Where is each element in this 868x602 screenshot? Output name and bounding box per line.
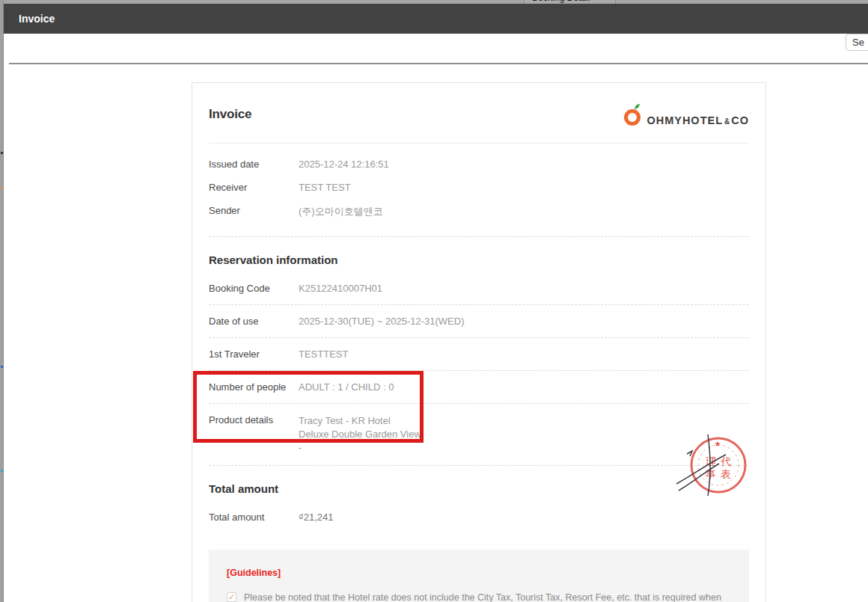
left-strip-artifact: [1, 470, 3, 472]
left-strip-artifact: [1, 152, 3, 154]
left-strip-artifact: [1, 366, 3, 368]
browser-tab-strip: Booking Detail ✕: [0, 0, 868, 4]
brand-name: OHMYHOTEL: [647, 114, 723, 126]
row-booking-code: Booking Code K25122410007H01: [209, 272, 749, 305]
row-total-amount: Total amount ₫21,241: [209, 501, 749, 530]
field-value: TEST TEST: [299, 182, 351, 193]
brand-logo: OHMYHOTEL & CO: [623, 102, 749, 126]
row-number-of-people: Number of people ADULT : 1 / CHILD : 0: [209, 371, 749, 404]
meta-row-issued-date: Issued date 2025-12-24 12:16:51: [209, 153, 749, 176]
brand-logo-text: OHMYHOTEL & CO: [647, 114, 749, 126]
product-line: Deluxe Double Garden View: [299, 428, 421, 441]
invoice-title: Invoice: [209, 107, 251, 122]
page-title: Invoice: [19, 13, 55, 25]
row-product-details: Product details Tracy Test - KR Hotel De…: [209, 404, 749, 466]
left-edge-window-strip: [0, 0, 4, 602]
brand-suffix: CO: [731, 114, 749, 126]
field-label: 1st Traveler: [209, 348, 299, 360]
orange-o-icon: [623, 102, 644, 126]
product-line: Tracy Test - KR Hotel: [299, 414, 421, 428]
close-icon[interactable]: ✕: [600, 0, 608, 3]
meta-row-receiver: Receiver TEST TEST: [209, 176, 749, 199]
field-label: Receiver: [209, 182, 299, 193]
row-date-of-use: Date of use 2025-12-30(TUE) ~ 2025-12-31…: [209, 305, 749, 338]
guideline-text: Please be noted that the Hotel rate does…: [244, 591, 731, 602]
product-line: -: [299, 441, 421, 455]
field-label: Issued date: [209, 159, 299, 170]
invoice-card-header: Invoice OHMYHOTEL & CO: [209, 83, 749, 144]
field-value: ADULT : 1 / CHILD : 0: [299, 381, 394, 393]
guidelines-heading: [Guidelines]: [227, 568, 731, 578]
total-amount-value: ₫21,241: [299, 512, 333, 523]
field-label: Total amount: [209, 512, 299, 523]
field-label: Date of use: [209, 316, 299, 327]
guidelines-box: [Guidelines] ✓ Please be noted that the …: [209, 550, 749, 602]
tab-label: Booking Detail: [532, 0, 590, 3]
field-value: TESTTEST: [299, 348, 348, 360]
guideline-item: ✓ Please be noted that the Hotel rate do…: [227, 591, 731, 602]
tab-booking-detail[interactable]: Booking Detail ✕: [524, 0, 616, 4]
header-divider: [9, 63, 868, 64]
invoice-card: Invoice OHMYHOTEL & CO Issued date 2025-…: [192, 82, 766, 602]
field-value: 2025-12-24 12:16:51: [299, 159, 389, 170]
field-label: Product details: [209, 414, 299, 455]
field-label: Sender: [209, 205, 299, 218]
total-amount-heading: Total amount: [209, 482, 749, 495]
reservation-heading: Reservation information: [209, 254, 749, 266]
brand-ampersand: &: [724, 117, 730, 126]
field-value: 2025-12-30(TUE) ~ 2025-12-31(WED): [299, 316, 464, 327]
field-label: Booking Code: [209, 283, 299, 294]
send-button[interactable]: Se: [846, 34, 868, 51]
left-strip-artifact: [1, 186, 3, 188]
product-details-lines: Tracy Test - KR Hotel Deluxe Double Gard…: [299, 414, 421, 455]
stamp-char: 事: [706, 468, 716, 480]
stamp-char: 表: [721, 468, 731, 480]
field-value: (주)오마이호텔앤코: [299, 205, 383, 218]
app-header: Invoice: [0, 4, 868, 34]
invoice-meta: Issued date 2025-12-24 12:16:51 Receiver…: [209, 153, 749, 237]
field-value: K25122410007H01: [299, 283, 382, 294]
checkbox-icon[interactable]: ✓: [227, 592, 236, 602]
row-first-traveler: 1st Traveler TESTTEST: [209, 338, 749, 371]
meta-row-sender: Sender (주)오마이호텔앤코: [209, 199, 749, 224]
field-label: Number of people: [209, 381, 299, 393]
